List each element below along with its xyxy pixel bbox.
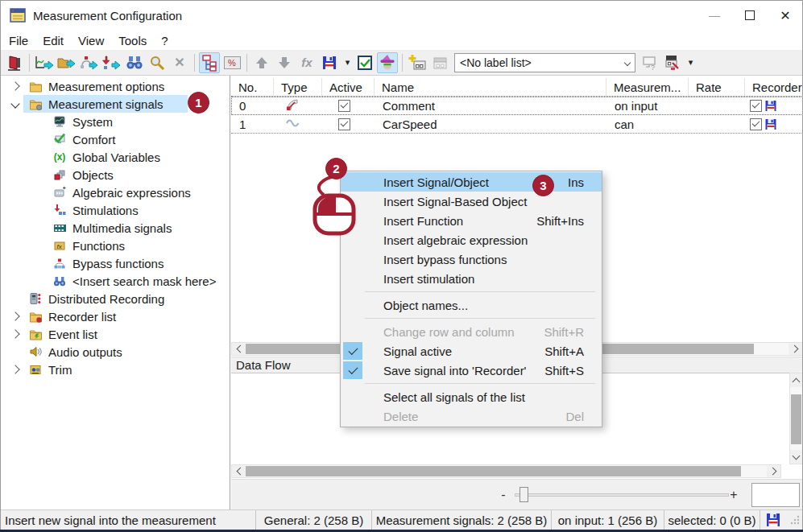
column-header-name[interactable]: Name [375, 78, 606, 96]
insert-object-button[interactable] [56, 52, 77, 73]
minimize-button[interactable]: — [697, 0, 732, 31]
resize-grip[interactable] [789, 514, 801, 526]
menu-item-change-row-and-column: Change row and column Shift+R [341, 322, 602, 341]
insert-signal-button[interactable] [34, 52, 55, 73]
tree-item-system[interactable]: System [1, 113, 230, 130]
menu-item-select-all-signals[interactable]: Select all signals of the list [341, 387, 602, 406]
chevron-down-icon [624, 59, 631, 65]
percent-view-button[interactable]: % [221, 52, 242, 73]
tree-item-stimulations[interactable]: Stimulations [1, 201, 230, 219]
scroll-left-button[interactable] [232, 343, 246, 355]
tree-item-functions[interactable]: fx Functions [1, 237, 230, 254]
exit-button[interactable] [4, 52, 25, 73]
save-dropdown-button[interactable]: ▾ [341, 52, 353, 73]
scroll-up-button[interactable] [790, 373, 802, 387]
data-flow-vertical-scrollbar[interactable] [789, 373, 803, 464]
zoom-in-label[interactable]: + [727, 480, 740, 510]
zoom-button[interactable] [147, 52, 168, 73]
menu-item-object-names[interactable]: Object names... [341, 295, 602, 315]
menu-file[interactable]: File [2, 31, 35, 50]
chevron-right-icon[interactable] [10, 81, 19, 90]
move-down-button[interactable] [274, 52, 295, 73]
zoom-value-input[interactable] [751, 483, 800, 507]
label-assign-button[interactable] [662, 52, 683, 73]
binoculars-icon [126, 55, 143, 71]
table-row[interactable]: 1 CarSpeed can [231, 115, 803, 134]
chevron-right-icon[interactable] [10, 329, 19, 338]
tree-item-recorder-list[interactable]: Recorder list [1, 307, 230, 325]
insert-stimulation-button[interactable] [101, 52, 122, 73]
close-button[interactable]: ✕ [768, 0, 803, 31]
menu-item-insert-algebraic-expression[interactable]: Insert algebraic expression [341, 230, 602, 250]
menu-item-insert-signal-object[interactable]: Insert Signal/Object Ins [341, 172, 602, 192]
scroll-right-button[interactable] [767, 465, 780, 477]
tree-view-toggle-button[interactable] [199, 52, 220, 73]
save-floppy-icon [321, 55, 337, 71]
label-list-button[interactable] [429, 52, 450, 73]
tree-item-label: Comfort [72, 133, 115, 146]
active-checkbox[interactable] [338, 118, 350, 130]
tree-item-trim[interactable]: Trim [1, 361, 230, 378]
chevron-right-icon[interactable] [10, 365, 19, 373]
data-flow-horizontal-scrollbar[interactable] [231, 464, 781, 478]
tree-item-bypass-functions[interactable]: Bypass functions [1, 254, 230, 272]
menu-item-insert-bypass-functions[interactable]: Insert bypass functions [341, 250, 602, 269]
chevron-right-icon[interactable] [10, 311, 19, 320]
column-header-measurement[interactable]: Measurem... [606, 78, 689, 96]
save-button[interactable] [319, 52, 340, 73]
tree-item-multimedia-signals[interactable]: Multimedia signals [1, 219, 230, 237]
label-assign-dropdown-button[interactable]: ▾ [685, 52, 696, 73]
column-header-rate[interactable]: Rate [689, 78, 745, 96]
status-selected: selected: 0 (0 B) [664, 510, 760, 530]
scrollbar-thumb[interactable] [791, 394, 801, 444]
tree-item-distributed-recording[interactable]: Distributed Recording [1, 290, 230, 307]
svg-text:fx: fx [57, 242, 63, 250]
functions-icon: fx [52, 239, 67, 252]
menu-item-insert-stimulation[interactable]: Insert stimulation [341, 269, 602, 288]
menu-help[interactable]: ? [154, 31, 175, 50]
scroll-left-button[interactable] [232, 465, 246, 477]
wizard-button[interactable] [377, 52, 398, 73]
table-row[interactable]: 0 Comment on input [231, 97, 803, 115]
menu-tools[interactable]: Tools [111, 31, 154, 50]
recorder-checkbox[interactable] [750, 100, 762, 112]
column-header-active[interactable]: Active [322, 78, 375, 96]
insert-signal-based-object-button[interactable] [79, 52, 100, 73]
label-list-dropdown[interactable]: <No label list> [454, 53, 635, 72]
comfort-icon [52, 133, 67, 146]
tree-item-event-list[interactable]: Event list [1, 325, 230, 343]
find-button[interactable] [124, 52, 145, 73]
move-up-button[interactable] [251, 52, 272, 73]
scroll-right-button[interactable] [789, 343, 802, 355]
menu-item-insert-signal-based-object[interactable]: Insert Signal-Based Object [341, 192, 602, 211]
zoom-slider-track[interactable] [515, 493, 729, 497]
function-button[interactable]: fx [296, 52, 317, 73]
signal-active-toggle-button[interactable] [354, 52, 375, 73]
menu-item-signal-active[interactable]: Signal active Shift+A [341, 341, 602, 361]
scroll-down-button[interactable] [790, 450, 802, 464]
menu-item-save-signal-into-recorder[interactable]: Save signal into 'Recorder' Shift+S [341, 361, 602, 380]
column-header-recorder[interactable]: Recorder [745, 78, 803, 96]
column-header-type[interactable]: Type [274, 78, 322, 96]
delete-button[interactable]: ✕ [169, 52, 190, 73]
tree-item-insert-search-mask[interactable]: <Insert search mask here> [1, 272, 230, 290]
menu-edit[interactable]: Edit [35, 31, 71, 50]
recorder-checkbox[interactable] [750, 118, 762, 130]
menu-view[interactable]: View [71, 31, 111, 50]
zoom-out-label[interactable]: - [497, 480, 510, 510]
tree-item-comfort[interactable]: Comfort [1, 130, 230, 148]
zoom-slider-thumb[interactable] [519, 487, 528, 502]
label-help-button[interactable]: ? [640, 52, 660, 73]
column-header-no[interactable]: No. [231, 78, 274, 96]
tree-item-audio-outputs[interactable]: Audio outputs [1, 343, 230, 361]
add-label-list-button[interactable] [407, 52, 428, 73]
active-checkbox[interactable] [338, 100, 350, 112]
tree-item-algebraic-expressions[interactable]: Algebraic expressions [1, 184, 230, 201]
menu-item-insert-function[interactable]: Insert Function Shift+Ins [341, 211, 602, 230]
maximize-button[interactable] [732, 0, 768, 31]
scrollbar-thumb[interactable] [246, 466, 741, 476]
chevron-down-icon[interactable] [10, 99, 19, 108]
close-icon: ✕ [780, 8, 790, 23]
tree-item-objects[interactable]: Objects [1, 166, 230, 184]
tree-item-global-variables[interactable]: (x) Global Variables [1, 148, 230, 166]
